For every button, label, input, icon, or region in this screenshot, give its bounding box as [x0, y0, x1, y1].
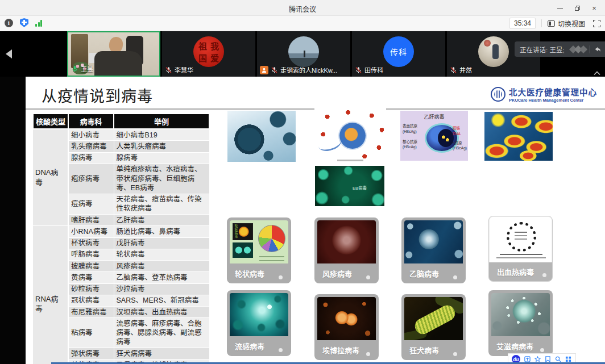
left-rail: [0, 77, 26, 364]
avatar-char: 国: [198, 52, 207, 64]
minimize-button[interactable]: [552, 0, 569, 16]
virus-card-jev: 乙脑病毒: [401, 217, 466, 283]
virus-family-cell: 弹状病毒: [68, 348, 114, 359]
virus-card-hemorrhagic-fever: 出血热病毒: [488, 216, 553, 282]
participant-name: 走钢索的人NickKw...: [280, 65, 337, 74]
virus-image-poxvirus-micrograph: [484, 112, 553, 161]
avatar-char: 爱: [210, 52, 219, 64]
shared-screen-slide: 从疫情说到病毒 北大医疗健康管理中心 PKUCare Health Manage…: [26, 77, 605, 364]
virus-family-cell: 腺病毒: [68, 152, 114, 164]
card-dot-icon: [453, 275, 457, 279]
reply-arrow-icon[interactable]: [593, 45, 601, 53]
card-dot-icon: [366, 352, 370, 356]
virus-family-cell: 小RNA病毒: [68, 226, 114, 237]
switch-view-button[interactable]: 切换视图: [548, 19, 585, 28]
virus-example-cell: 沙拉病毒: [114, 283, 209, 295]
meeting-toolbar: i 35:34 切换视图: [0, 16, 605, 31]
mic-muted-icon: [450, 66, 457, 74]
network-signal-icon[interactable]: [35, 19, 42, 27]
card-label: 风疹病毒: [317, 268, 352, 279]
tencent-meeting-window: 腾讯会议 × i 35:34 切换视图: [0, 0, 605, 364]
avatar: 祖 我 国 爱: [193, 36, 224, 67]
rota-pie-chart: [258, 225, 285, 252]
nucleic-type-cell: RNA病毒: [33, 226, 68, 364]
virus-example-cell: 狂犬病病毒: [114, 348, 209, 359]
toolbar-divider: [541, 19, 542, 27]
virus-example-cell: 乙肝病毒: [114, 215, 209, 226]
card-label: 艾滋病病毒: [491, 341, 533, 352]
mic-muted-icon: [355, 66, 362, 74]
virus-card-rotavirus: 轮状病毒 轮状病毒: [227, 217, 291, 283]
grid-icon: [565, 356, 571, 362]
avatar: [288, 36, 319, 67]
virus-example-cell: 风疹病毒: [114, 261, 209, 272]
card-dot-icon: [540, 348, 544, 352]
participant-tile-wangyu[interactable]: 王昱: [67, 31, 160, 77]
avatar: [478, 36, 509, 67]
participant-name: 井然: [459, 65, 472, 74]
virus-family-cell: 粘病毒: [68, 318, 114, 348]
col-header-examples: 举例: [114, 114, 209, 129]
virus-family-cell: 乳头瘤病毒: [68, 141, 114, 152]
hand-raise-badge-icon: [260, 66, 268, 74]
virus-example-cell: 单纯疱疹病毒、水痘病毒、带状疱疹病毒、巨细胞病毒、EB病毒: [114, 164, 209, 194]
hbv-title: 乙肝病毒: [400, 113, 468, 120]
card-label: 狂犬病毒: [404, 345, 439, 355]
speaking-banner: 正在讲话: 王昱;: [515, 41, 605, 57]
collapse-left-icon[interactable]: [6, 49, 12, 58]
virus-example-cell: SARS、MERS、新冠病毒: [114, 295, 209, 306]
switch-view-label: 切换视图: [558, 19, 585, 28]
participant-tile-nickkw[interactable]: 走钢索的人NickKw...: [257, 31, 350, 77]
slide-title: 从疫情说到病毒: [42, 84, 153, 106]
table-header-row: 核酸类型 病毒科 举例: [33, 114, 209, 129]
mic-on-icon: [71, 65, 78, 73]
window-title: 腾讯会议: [0, 4, 605, 14]
maximize-icon: [575, 6, 580, 11]
rota-inset-label: 轮状病毒: [234, 224, 239, 238]
col-header-nucleic-type: 核酸类型: [33, 114, 68, 129]
collapse-up-icon[interactable]: [594, 71, 600, 76]
watermark-icon: [569, 45, 589, 54]
shield-icon[interactable]: [20, 18, 28, 27]
virus-family-cell: 细小病毒: [68, 129, 114, 141]
card-label: 流感病毒: [230, 341, 264, 352]
avatar-char: 我: [210, 40, 219, 52]
hbv-label: (HBsAg): [403, 129, 417, 135]
hbv-label: 双链DNA: [453, 125, 467, 137]
virus-example-cell: 戊肝病毒: [114, 237, 209, 249]
window-titlebar: 腾讯会议 ×: [0, 0, 605, 16]
virus-example-cell: 人类乳头瘤病毒: [114, 141, 209, 152]
participant-tile-lihuihua[interactable]: 祖 我 国 爱 李慧华: [162, 31, 255, 77]
virus-card-influenza: 流感病毒: [227, 290, 291, 356]
star-icon: [534, 356, 541, 362]
virus-example-cell: 细小病毒B19: [114, 129, 209, 141]
close-button[interactable]: ×: [586, 0, 603, 16]
hbv-label: 表面抗原: [403, 123, 417, 129]
table-row: RNA病毒小RNA病毒肠道比病毒、鼻病毒: [33, 226, 209, 237]
virus-table-body: DNA病毒细小病毒细小病毒B19乳头瘤病毒人类乳头瘤病毒腺病毒腺病毒疱疹病毒单纯…: [33, 129, 209, 364]
participant-tile-tianchuanke[interactable]: 传科 田传科: [352, 31, 445, 77]
card-dot-icon: [279, 275, 283, 279]
virus-structure-diagram: [314, 108, 386, 163]
virus-family-cell: 嗜肝病毒: [68, 215, 114, 226]
card-dot-icon: [366, 275, 370, 279]
meeting-timer: 35:34: [509, 18, 536, 29]
info-icon[interactable]: i: [5, 19, 13, 27]
virus-table: 核酸类型 病毒科 举例 DNA病毒细小病毒细小病毒B19乳头瘤病毒人类乳头瘤病毒…: [32, 113, 209, 364]
switch-view-icon: [548, 20, 555, 27]
pku-logo: 北大医疗健康管理中心 PKUCare Health Management Cen…: [491, 86, 597, 103]
hbv-label: 核心抗原: [403, 139, 417, 145]
maximize-button[interactable]: [569, 0, 586, 16]
banner-divider: [590, 45, 590, 53]
close-icon: ×: [592, 4, 596, 12]
virus-example-cell: 汉坦病毒、出血热病毒: [114, 307, 209, 318]
speaking-banner-text: 正在讲话: 王昱;: [520, 45, 565, 54]
eb-virus-label: EB病毒: [353, 185, 367, 191]
hbv-label: e抗原: [453, 140, 467, 146]
mic-muted-icon: [271, 66, 278, 74]
fullscreen-button[interactable]: [593, 20, 600, 27]
table-row: DNA病毒细小病毒细小病毒B19: [33, 129, 209, 141]
card-dot-icon: [279, 348, 283, 352]
participant-name: 田传科: [364, 65, 383, 74]
virus-family-cell: 疱疹病毒: [68, 164, 114, 194]
